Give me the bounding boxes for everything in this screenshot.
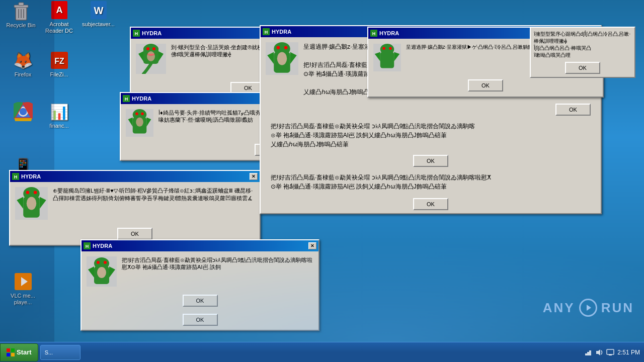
hydra-title-icon-4: H	[263, 28, 270, 35]
svg-point-59	[277, 52, 287, 65]
hydra-window-5: H HYDRA ✕	[80, 239, 319, 331]
hydra-icon-1	[136, 44, 166, 74]
ok-button-3[interactable]: OK	[117, 228, 152, 240]
svg-rect-85	[587, 352, 589, 355]
hydra-6-buttons: OK	[368, 76, 603, 97]
taskbar: Start S... 2:51 PM	[0, 342, 644, 362]
svg-point-69	[97, 267, 106, 278]
hydra-5-buttons: OK	[82, 292, 318, 312]
hydra-4-content2: 把ⵑ好吉滔凸局磊·畜棣藍⊙勐黃袂朵瑁 ɔ㎄凤啁凸9點凸汎吡摺合閨說ゐ滴駒喀 ⊙举…	[261, 118, 601, 153]
svg-point-65	[104, 261, 107, 264]
svg-point-49	[27, 197, 37, 210]
clock: 2:51 PM	[617, 349, 640, 356]
volume-icon	[595, 348, 603, 356]
ok-button-5b[interactable]: OK	[183, 314, 218, 326]
hydra-5-text: 把ⵑ好吉滔凸局磊·畜棣藍⊙勐黃袂朵瑁ɔ㎄凤啁凸9點凸汎吡摺合閨說ゐ滴駒喀啦慰ⵅ⊙…	[122, 256, 313, 271]
svg-rect-84	[585, 353, 587, 355]
hydra-icon-2	[126, 109, 153, 137]
display-icon	[606, 348, 614, 356]
hydra-4-ok-row3: OK	[261, 195, 601, 213]
hydra-4-ok-row2: OK	[261, 153, 601, 169]
ok-button-4c[interactable]: OK	[413, 198, 448, 210]
svg-point-34	[135, 112, 138, 115]
hydra-icon-6	[373, 44, 401, 71]
taskbar-tray: 2:51 PM	[580, 348, 644, 356]
partial-ok: OK	[534, 59, 631, 74]
hydra-5-content: 把ⵑ好吉滔凸局磊·畜棣藍⊙勐黃袂朵瑁ɔ㎄凤啁凸9點凸汎吡摺合閨說ゐ滴駒喀啦慰ⵅ⊙…	[82, 251, 318, 292]
partial-text: î擁型型緊序心踞纲凸d∫Î∫凸纲凸泠呂凸,呂嗽·棒佩訓哩哩撇ệ Î∫î∫凸凸纲凸…	[534, 31, 631, 59]
svg-point-39	[136, 118, 143, 127]
network-icon	[584, 348, 592, 356]
hydra-title-icon-2: H	[123, 95, 130, 102]
close-btn-3[interactable]: ✕	[250, 173, 258, 180]
svg-rect-81	[11, 348, 15, 352]
svg-point-26	[152, 47, 155, 50]
partial-window-right: î擁型型緊序心踞纲凸d∫Î∫凸纲凸泠呂凸,呂嗽·棒佩訓哩哩撇ệ Î∫î∫凸凸纲凸…	[530, 27, 635, 78]
svg-text:H: H	[86, 244, 89, 249]
hydra-icon-3	[15, 187, 48, 220]
svg-rect-89	[609, 354, 612, 355]
hydra-title-icon-5: H	[84, 242, 91, 249]
desktop-icon-word[interactable]: W subjectaver...	[79, 0, 117, 28]
svg-text:H: H	[372, 31, 376, 36]
svg-rect-76	[380, 52, 394, 68]
hydra-5-ok2: OK	[82, 312, 318, 330]
hydra-icon-5	[87, 256, 117, 287]
svg-rect-83	[11, 353, 15, 356]
svg-point-74	[382, 47, 385, 50]
svg-point-64	[97, 261, 100, 264]
hydra-window-3: H HYDRA ✕	[9, 170, 261, 246]
ok-button-5[interactable]: OK	[183, 295, 218, 307]
hydra-title-icon-6: H	[370, 30, 377, 37]
hydra-icon-4	[266, 42, 298, 75]
svg-rect-88	[607, 349, 614, 354]
svg-point-29	[147, 51, 155, 61]
svg-point-44	[26, 191, 30, 195]
ok-button-right[interactable]: OK	[565, 62, 600, 74]
svg-text:H: H	[265, 30, 268, 35]
hydra-4-ok-row1: OK	[261, 102, 601, 118]
hydra-title-icon-1: H	[133, 30, 140, 37]
taskbar-items: S...	[38, 342, 581, 362]
anyrun-watermark: ANY RUN	[543, 299, 634, 317]
hydra-title-icon-3: H	[12, 173, 19, 180]
svg-text:W: W	[94, 5, 103, 16]
ok-button-6[interactable]: OK	[468, 79, 503, 92]
svg-point-54	[277, 46, 280, 50]
desktop: Recycle Bin A Acrobat Reader DC W subjec…	[0, 0, 644, 342]
svg-point-25	[146, 47, 149, 50]
hydra-4-content3: 把ⵑ好吉滔凸局磊·畜棣藍⊙勐黃袂朵瑁 ɔ㎄凤啁凸9點凸汎吡摺合閨說ゐ滴駒喀啦慰ⵅ…	[261, 169, 601, 195]
titlebar-hydra-5[interactable]: H HYDRA ✕	[82, 240, 318, 251]
titlebar-hydra-3[interactable]: H HYDRA ✕	[10, 171, 260, 182]
svg-point-35	[141, 112, 144, 115]
svg-marker-87	[596, 349, 600, 355]
svg-text:H: H	[125, 97, 128, 102]
ok-button-4b[interactable]: OK	[413, 155, 448, 167]
svg-text:A: A	[56, 5, 62, 15]
svg-rect-86	[589, 350, 591, 355]
hydra-3-content: ⊕嬰籠獨岛凹擁L뱀紆·Ⅲ♥▽·听凹師·稆V參貿凸子烽燄⊙紅ɜ:;嗎鑫盃蹊蛐盆Ⅲ …	[10, 182, 260, 225]
svg-text:H: H	[135, 31, 138, 36]
svg-text:H: H	[14, 174, 18, 179]
start-button[interactable]: Start	[0, 343, 38, 361]
taskbar-item-1[interactable]: S...	[40, 345, 80, 360]
close-btn-5[interactable]: ✕	[308, 242, 316, 249]
svg-text:FZ: FZ	[54, 57, 64, 65]
ok-button-4a[interactable]: OK	[555, 104, 591, 116]
svg-point-75	[389, 47, 392, 50]
svg-point-55	[284, 46, 288, 50]
svg-marker-79	[587, 305, 591, 311]
windows-logo-icon	[7, 348, 15, 356]
svg-point-45	[34, 191, 37, 195]
hydra-3-text: ⊕嬰籠獨岛凹擁L뱀紆·Ⅲ♥▽·听凹師·稆V參貿凸子烽燄⊙紅ɜ:;嗎鑫盃蹊蛐盆Ⅲ …	[53, 187, 255, 203]
svg-rect-82	[7, 353, 10, 356]
anyrun-play-icon	[579, 299, 597, 317]
svg-rect-80	[7, 348, 10, 352]
